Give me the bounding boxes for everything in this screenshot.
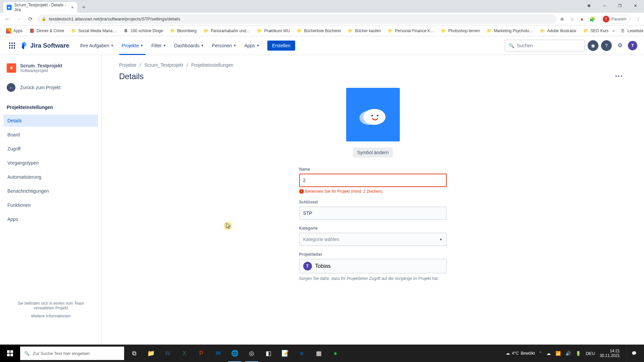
sidebar-item-features[interactable]: Funktionen bbox=[3, 199, 98, 211]
address-bar[interactable]: 🔒 testdeutsch1.atlassian.net/jira/softwa… bbox=[38, 14, 557, 24]
nav-dashboards[interactable]: Dashboards▼ bbox=[171, 36, 206, 55]
bookmark-item[interactable]: 📁Social Media Mana… bbox=[68, 27, 119, 35]
forward-button[interactable]: → bbox=[15, 15, 23, 23]
bookmark-star-icon[interactable]: ☆ bbox=[570, 16, 575, 22]
search-input[interactable]: 🔍 Suchen bbox=[504, 40, 585, 52]
battery-icon[interactable]: 🔋 bbox=[576, 351, 581, 356]
onedrive-icon[interactable]: ☁ bbox=[546, 351, 551, 356]
name-input[interactable] bbox=[299, 174, 447, 187]
project-avatar[interactable] bbox=[346, 88, 400, 141]
notifications-icon[interactable]: ◉ bbox=[588, 40, 598, 51]
bookmark-item[interactable]: 📁Bücher kaufen bbox=[345, 27, 383, 35]
app-switcher-icon[interactable] bbox=[7, 40, 17, 51]
create-button[interactable]: Erstellen bbox=[267, 41, 295, 51]
breadcrumb-projects[interactable]: Projekte bbox=[119, 62, 136, 68]
bookmark-item[interactable]: 📁Praktikum WU bbox=[254, 27, 293, 35]
sidebar-item-apps[interactable]: Apps bbox=[3, 213, 98, 225]
taskbar-search[interactable]: 🔍 Zur Suche Text hier eingeben bbox=[20, 347, 124, 360]
back-to-project-link[interactable]: ← Zurück zum Projekt bbox=[3, 80, 98, 95]
extensions-icon[interactable]: 🧩 bbox=[589, 16, 595, 22]
volume-icon[interactable]: 🔊 bbox=[566, 351, 571, 356]
nav-filters[interactable]: Filter▼ bbox=[149, 36, 169, 55]
close-window-button[interactable]: ✕ bbox=[628, 1, 643, 11]
folder-icon: 📁 bbox=[388, 28, 393, 34]
profile-chip[interactable]: T Pausiert bbox=[601, 15, 630, 23]
minimize-button[interactable]: ─ bbox=[597, 1, 612, 11]
sidebar-item-notifications[interactable]: Benachrichtigungen bbox=[3, 185, 98, 197]
bookmark-item[interactable]: 📁SEO Kurs bbox=[581, 27, 611, 35]
page-title: Details bbox=[119, 72, 144, 81]
name-error: ! Benennen Sie Ihr Projekt (mind. 2 Zeic… bbox=[299, 189, 447, 194]
jira-logo[interactable]: Jira Software bbox=[20, 42, 69, 50]
sidebar-item-automation[interactable]: Automatisierung bbox=[3, 171, 98, 183]
sidebar-item-details[interactable]: Details bbox=[3, 115, 98, 127]
reading-list-button[interactable]: ☰ Leseliste bbox=[618, 27, 644, 35]
bookmark-item[interactable]: 📁Bloomberg bbox=[167, 27, 199, 35]
app-icon-2[interactable]: ▦ bbox=[311, 345, 327, 362]
file-explorer-icon[interactable]: 📁 bbox=[143, 345, 159, 362]
new-tab-button[interactable]: + bbox=[79, 3, 89, 12]
network-icon[interactable]: 📶 bbox=[555, 351, 561, 356]
reload-button[interactable]: ⟳ bbox=[26, 15, 34, 23]
browser-tab[interactable]: Scrum_Testprojekt - Details - Jira × bbox=[3, 2, 77, 13]
browser-menu-icon[interactable]: ⋮ bbox=[636, 16, 641, 22]
breadcrumb-project[interactable]: Scrum_Testprojekt bbox=[144, 62, 183, 68]
chevron-down-icon: ▼ bbox=[256, 44, 259, 47]
change-icon-button[interactable]: Symbol ändern bbox=[353, 147, 392, 158]
action-center-icon[interactable]: 💬 bbox=[627, 345, 641, 362]
clock[interactable]: 14:21 30.11.2021 bbox=[600, 349, 622, 358]
user-avatar[interactable]: T bbox=[628, 41, 637, 50]
bookmark-item[interactable]: 📁Photoshop lernen bbox=[438, 27, 483, 35]
apps-bookmark[interactable]: Apps bbox=[3, 27, 25, 35]
chrome-icon[interactable]: 🌐 bbox=[227, 345, 243, 362]
svg-rect-8 bbox=[14, 47, 15, 49]
nav-apps[interactable]: Apps▼ bbox=[241, 36, 262, 55]
zoom-icon[interactable]: ⊕ bbox=[560, 16, 564, 22]
excel-icon[interactable]: X bbox=[176, 345, 193, 362]
task-view-icon[interactable]: ⧉ bbox=[126, 345, 142, 362]
nav-people[interactable]: Personen▼ bbox=[209, 36, 239, 55]
bookmark-item[interactable]: 📕Dinner & Crime bbox=[26, 27, 67, 35]
settings-icon[interactable]: ⚙ bbox=[614, 40, 625, 51]
bookmark-item[interactable]: 📁Panoramabahn und… bbox=[201, 27, 253, 35]
spotify-icon[interactable]: ● bbox=[327, 345, 343, 362]
adblock-icon[interactable]: ● bbox=[581, 16, 583, 22]
edge-icon[interactable]: e bbox=[294, 345, 310, 362]
account-indicator-icon[interactable] bbox=[588, 4, 590, 7]
bookmark-item[interactable]: 📁Personal Finance K… bbox=[385, 27, 437, 35]
sidebar-item-issue-types[interactable]: Vorgangstypen bbox=[3, 157, 98, 169]
bookmark-item[interactable]: 📁Marketing Psycholo… bbox=[484, 27, 536, 35]
obs-icon[interactable]: ◎ bbox=[244, 345, 260, 362]
word-icon[interactable]: W bbox=[160, 345, 176, 362]
nav-projects[interactable]: Projekte▼ bbox=[119, 36, 146, 55]
breadcrumb: Projekte / Scrum_Testprojekt / Projektei… bbox=[119, 62, 627, 68]
help-icon[interactable]: ? bbox=[601, 40, 612, 51]
mail-icon[interactable]: ✉ bbox=[210, 345, 226, 362]
back-button[interactable]: ← bbox=[3, 15, 11, 23]
maximize-button[interactable]: ❐ bbox=[612, 1, 627, 11]
sidebar-footer-link[interactable]: Weitere Informationen bbox=[7, 314, 95, 318]
close-tab-icon[interactable]: × bbox=[71, 5, 74, 10]
apps-grid-icon bbox=[6, 28, 11, 34]
sidebar-item-access[interactable]: Zugriff bbox=[3, 143, 98, 155]
tray-expand-icon[interactable]: ˄ bbox=[539, 351, 542, 356]
breadcrumb-settings[interactable]: Projekteinstellungen bbox=[191, 62, 233, 68]
lead-select[interactable]: T Tobias bbox=[299, 259, 447, 274]
svg-rect-2 bbox=[14, 43, 15, 44]
notepad-icon[interactable]: 📝 bbox=[277, 345, 293, 362]
start-button[interactable] bbox=[0, 345, 20, 362]
key-input[interactable] bbox=[299, 206, 447, 220]
bookmark-item[interactable]: B100 schöne Dinge bbox=[120, 27, 166, 35]
more-menu-icon[interactable]: ··· bbox=[615, 72, 627, 81]
chevron-down-icon: ▼ bbox=[201, 44, 204, 47]
bookmarks-overflow-icon[interactable]: » bbox=[612, 28, 615, 33]
bookmark-item[interactable]: 📁Adobe Illustrator bbox=[537, 27, 579, 35]
app-icon[interactable]: ◧ bbox=[260, 345, 276, 362]
weather-widget[interactable]: ☁ 4°C Bewölkt bbox=[506, 351, 535, 356]
category-select[interactable]: Kategorie wählen ▼ bbox=[299, 233, 447, 246]
powerpoint-icon[interactable]: P bbox=[193, 345, 209, 362]
language-indicator[interactable]: DEU bbox=[586, 351, 595, 356]
nav-your-work[interactable]: Ihre Aufgaben▼ bbox=[77, 36, 116, 55]
sidebar-item-board[interactable]: Board bbox=[3, 129, 98, 141]
bookmark-item[interactable]: 📁Bücherliste Bücherei bbox=[294, 27, 343, 35]
